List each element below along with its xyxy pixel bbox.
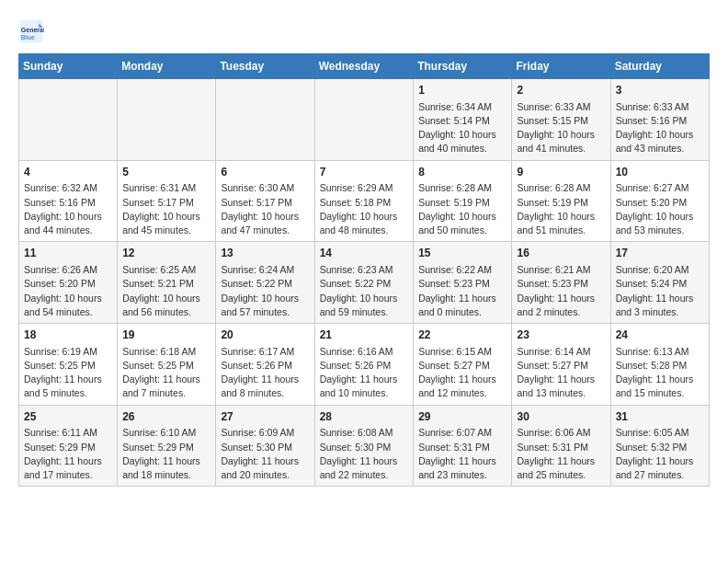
calendar-cell: 16Sunrise: 6:21 AM Sunset: 5:23 PM Dayli… (512, 242, 610, 324)
cell-content: Sunrise: 6:15 AM Sunset: 5:27 PM Dayligh… (418, 345, 506, 401)
day-number: 27 (221, 409, 309, 425)
calendar-cell: 25Sunrise: 6:11 AM Sunset: 5:29 PM Dayli… (19, 405, 118, 487)
day-number: 20 (221, 327, 309, 343)
header-sunday: Sunday (19, 54, 118, 79)
calendar-header-row: SundayMondayTuesdayWednesdayThursdayFrid… (19, 54, 710, 79)
calendar-cell: 8Sunrise: 6:28 AM Sunset: 5:19 PM Daylig… (414, 160, 512, 242)
calendar-cell: 7Sunrise: 6:29 AM Sunset: 5:18 PM Daylig… (314, 160, 414, 242)
day-number: 14 (320, 246, 409, 261)
day-number: 22 (418, 327, 506, 343)
svg-text:General: General (21, 27, 44, 33)
header-saturday: Saturday (610, 54, 709, 79)
calendar-cell: 12Sunrise: 6:25 AM Sunset: 5:21 PM Dayli… (118, 242, 216, 324)
calendar-cell: 14Sunrise: 6:23 AM Sunset: 5:22 PM Dayli… (314, 242, 414, 324)
cell-content: Sunrise: 6:08 AM Sunset: 5:30 PM Dayligh… (320, 426, 409, 482)
day-number: 12 (122, 246, 210, 261)
cell-content: Sunrise: 6:10 AM Sunset: 5:29 PM Dayligh… (122, 426, 210, 482)
day-number: 29 (418, 409, 506, 425)
day-number: 25 (24, 409, 112, 425)
calendar-cell: 9Sunrise: 6:28 AM Sunset: 5:19 PM Daylig… (512, 160, 610, 242)
cell-content: Sunrise: 6:06 AM Sunset: 5:31 PM Dayligh… (517, 426, 605, 482)
header-thursday: Thursday (414, 54, 512, 79)
day-number: 13 (221, 246, 309, 261)
day-number: 21 (320, 327, 409, 343)
calendar-cell: 28Sunrise: 6:08 AM Sunset: 5:30 PM Dayli… (314, 405, 414, 487)
day-number: 3 (616, 83, 704, 98)
calendar-cell: 11Sunrise: 6:26 AM Sunset: 5:20 PM Dayli… (19, 242, 118, 324)
cell-content: Sunrise: 6:11 AM Sunset: 5:29 PM Dayligh… (24, 426, 112, 482)
calendar-cell: 4Sunrise: 6:32 AM Sunset: 5:16 PM Daylig… (19, 160, 118, 242)
day-number: 10 (616, 165, 704, 180)
day-number: 1 (418, 83, 506, 98)
day-number: 19 (122, 327, 210, 343)
calendar-week-row: 4Sunrise: 6:32 AM Sunset: 5:16 PM Daylig… (19, 160, 710, 242)
day-number: 15 (418, 246, 506, 261)
calendar-cell (118, 79, 216, 161)
day-number: 8 (418, 165, 506, 180)
day-number: 17 (616, 246, 704, 261)
cell-content: Sunrise: 6:25 AM Sunset: 5:21 PM Dayligh… (122, 263, 210, 319)
logo: General Blue (18, 18, 48, 44)
cell-content: Sunrise: 6:17 AM Sunset: 5:26 PM Dayligh… (221, 345, 309, 401)
calendar-cell: 31Sunrise: 6:05 AM Sunset: 5:32 PM Dayli… (610, 405, 709, 487)
day-number: 2 (517, 83, 605, 98)
calendar-week-row: 18Sunrise: 6:19 AM Sunset: 5:25 PM Dayli… (19, 324, 710, 406)
day-number: 23 (517, 327, 605, 343)
calendar-cell: 27Sunrise: 6:09 AM Sunset: 5:30 PM Dayli… (216, 405, 314, 487)
day-number: 6 (221, 165, 309, 180)
cell-content: Sunrise: 6:32 AM Sunset: 5:16 PM Dayligh… (24, 181, 112, 237)
calendar-cell: 30Sunrise: 6:06 AM Sunset: 5:31 PM Dayli… (512, 405, 610, 487)
cell-content: Sunrise: 6:19 AM Sunset: 5:25 PM Dayligh… (24, 345, 112, 401)
cell-content: Sunrise: 6:16 AM Sunset: 5:26 PM Dayligh… (320, 345, 409, 401)
cell-content: Sunrise: 6:27 AM Sunset: 5:20 PM Dayligh… (616, 181, 704, 237)
header-wednesday: Wednesday (314, 54, 414, 79)
calendar-cell: 20Sunrise: 6:17 AM Sunset: 5:26 PM Dayli… (216, 324, 314, 406)
calendar-cell: 21Sunrise: 6:16 AM Sunset: 5:26 PM Dayli… (314, 324, 414, 406)
day-number: 11 (24, 246, 112, 261)
calendar-cell: 2Sunrise: 6:33 AM Sunset: 5:15 PM Daylig… (512, 79, 610, 161)
cell-content: Sunrise: 6:30 AM Sunset: 5:17 PM Dayligh… (221, 181, 309, 237)
cell-content: Sunrise: 6:20 AM Sunset: 5:24 PM Dayligh… (616, 263, 704, 319)
calendar-week-row: 11Sunrise: 6:26 AM Sunset: 5:20 PM Dayli… (19, 242, 710, 324)
cell-content: Sunrise: 6:24 AM Sunset: 5:22 PM Dayligh… (221, 263, 309, 319)
cell-content: Sunrise: 6:29 AM Sunset: 5:18 PM Dayligh… (320, 181, 409, 237)
calendar-cell: 23Sunrise: 6:14 AM Sunset: 5:27 PM Dayli… (512, 324, 610, 406)
day-number: 9 (517, 165, 605, 180)
calendar-cell: 1Sunrise: 6:34 AM Sunset: 5:14 PM Daylig… (414, 79, 512, 161)
cell-content: Sunrise: 6:22 AM Sunset: 5:23 PM Dayligh… (418, 263, 506, 319)
calendar-cell: 6Sunrise: 6:30 AM Sunset: 5:17 PM Daylig… (216, 160, 314, 242)
day-number: 7 (320, 165, 409, 180)
day-number: 5 (122, 165, 210, 180)
header-monday: Monday (118, 54, 216, 79)
calendar-week-row: 25Sunrise: 6:11 AM Sunset: 5:29 PM Dayli… (19, 405, 710, 487)
calendar-cell: 29Sunrise: 6:07 AM Sunset: 5:31 PM Dayli… (414, 405, 512, 487)
calendar-cell: 3Sunrise: 6:33 AM Sunset: 5:16 PM Daylig… (610, 79, 709, 161)
cell-content: Sunrise: 6:23 AM Sunset: 5:22 PM Dayligh… (320, 263, 409, 319)
day-number: 31 (616, 409, 704, 425)
day-number: 28 (320, 409, 409, 425)
cell-content: Sunrise: 6:18 AM Sunset: 5:25 PM Dayligh… (122, 345, 210, 401)
calendar-cell: 24Sunrise: 6:13 AM Sunset: 5:28 PM Dayli… (610, 324, 709, 406)
day-number: 16 (517, 246, 605, 261)
calendar-cell: 18Sunrise: 6:19 AM Sunset: 5:25 PM Dayli… (19, 324, 118, 406)
calendar-cell: 22Sunrise: 6:15 AM Sunset: 5:27 PM Dayli… (414, 324, 512, 406)
calendar-cell (314, 79, 414, 161)
cell-content: Sunrise: 6:14 AM Sunset: 5:27 PM Dayligh… (517, 345, 605, 401)
day-number: 26 (122, 409, 210, 425)
calendar-cell: 26Sunrise: 6:10 AM Sunset: 5:29 PM Dayli… (118, 405, 216, 487)
calendar-table: SundayMondayTuesdayWednesdayThursdayFrid… (18, 53, 710, 487)
calendar-cell: 10Sunrise: 6:27 AM Sunset: 5:20 PM Dayli… (610, 160, 709, 242)
cell-content: Sunrise: 6:05 AM Sunset: 5:32 PM Dayligh… (616, 426, 704, 482)
page-header: General Blue (18, 18, 710, 44)
header-tuesday: Tuesday (216, 54, 314, 79)
cell-content: Sunrise: 6:26 AM Sunset: 5:20 PM Dayligh… (24, 263, 112, 319)
cell-content: Sunrise: 6:21 AM Sunset: 5:23 PM Dayligh… (517, 263, 605, 319)
cell-content: Sunrise: 6:31 AM Sunset: 5:17 PM Dayligh… (122, 181, 210, 237)
calendar-week-row: 1Sunrise: 6:34 AM Sunset: 5:14 PM Daylig… (19, 79, 710, 161)
day-number: 30 (517, 409, 605, 425)
calendar-cell: 15Sunrise: 6:22 AM Sunset: 5:23 PM Dayli… (414, 242, 512, 324)
cell-content: Sunrise: 6:28 AM Sunset: 5:19 PM Dayligh… (418, 181, 506, 237)
calendar-cell: 17Sunrise: 6:20 AM Sunset: 5:24 PM Dayli… (610, 242, 709, 324)
logo-icon: General Blue (18, 18, 44, 44)
cell-content: Sunrise: 6:33 AM Sunset: 5:16 PM Dayligh… (616, 100, 704, 156)
